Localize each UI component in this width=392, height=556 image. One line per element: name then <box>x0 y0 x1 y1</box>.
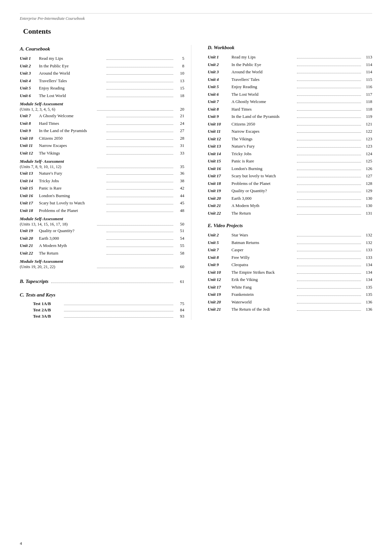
list-item: Unit 17Scary but lovely to Watch127 <box>208 173 373 179</box>
unit-label: Unit 6 <box>208 91 232 98</box>
dots <box>107 124 173 125</box>
unit-label: Unit 22 <box>208 210 232 217</box>
unit-label: Unit 1 <box>20 55 39 62</box>
module4-dots <box>97 268 173 268</box>
section-c: C. Tests and Keys Test 1A/B75Test 2A/B84… <box>20 292 184 319</box>
test-label: Test 3A/B <box>33 314 63 319</box>
dots <box>297 58 361 58</box>
module1-sub: (Units 1, 2, 3, 4, 5, 6) <box>20 107 96 112</box>
section-d-heading: D. Workbook <box>208 45 373 51</box>
unit-label: Unit 2 <box>20 63 39 69</box>
unit-label: Unit 14 <box>20 178 39 184</box>
list-item: Test 3A/B93 <box>20 314 184 319</box>
entry-title: Quality or Quantity? <box>39 227 105 234</box>
list-item: Unit 7A Ghostly Welcome21 <box>20 113 184 119</box>
dots <box>297 259 361 259</box>
unit-label: Unit 7 <box>208 98 232 105</box>
page-num: 134 <box>362 276 372 283</box>
entry-title: Quality or Quantity? <box>232 188 296 194</box>
unit-label: Unit 5 <box>208 84 232 90</box>
unit-label: Unit 11 <box>20 142 39 149</box>
list-item: Unit 5Enjoy Reading116 <box>208 84 373 90</box>
dots <box>297 95 361 96</box>
unit-label: Unit 18 <box>208 180 232 187</box>
page-num: 48 <box>175 207 184 214</box>
unit-label: Unit 11 <box>208 128 232 135</box>
dots <box>297 236 361 236</box>
page-num: 44 <box>175 192 184 199</box>
entry-title: The Empire Strikes Back <box>232 269 296 276</box>
dots <box>297 295 361 296</box>
unit-label: Unit 9 <box>208 261 232 268</box>
entry-title: London's Burning <box>39 192 105 199</box>
page-num: 133 <box>362 254 372 261</box>
section-e-units: Unit 2Star Wars132Unit 5Batman Returns13… <box>208 232 373 313</box>
entry-title: Earth 3,000 <box>39 235 105 242</box>
unit-label: Unit 9 <box>208 113 232 120</box>
unit-label: Unit 12 <box>208 136 232 142</box>
entry-title: Narrow Escapes <box>232 128 296 135</box>
module2-sub-entry: (Units 7, 8, 9, 10, 11, 12) 35 <box>20 164 184 169</box>
unit-label: Unit 7 <box>208 247 232 253</box>
list-item: Unit 3Around the World114 <box>208 69 373 75</box>
dots <box>297 207 361 207</box>
dots <box>297 192 361 192</box>
entry-title: Star Wars <box>232 232 296 238</box>
page-num: 31 <box>175 142 184 149</box>
list-item: Unit 20Earth 3,000130 <box>208 195 373 202</box>
list-item: Unit 21The Return of the Jedi136 <box>208 306 373 313</box>
page-num: 13 <box>175 78 184 84</box>
section-d-units: Unit 1Read my Lips113Unit 2In the Public… <box>208 54 373 216</box>
page-num: 36 <box>175 170 184 177</box>
dots <box>107 132 173 132</box>
page-num: 51 <box>175 227 184 234</box>
dots <box>107 117 173 117</box>
dots <box>297 66 361 66</box>
list-item: Unit 21A Modern Myth130 <box>208 202 373 209</box>
dots <box>297 103 361 103</box>
module3-dots <box>97 225 173 226</box>
page-num: 134 <box>362 269 372 276</box>
list-item: Unit 19Quality or Quantity?51 <box>20 227 184 234</box>
page-num: 38 <box>175 178 184 184</box>
section-a-heading: A. Coursebook <box>20 46 184 52</box>
page-num: 130 <box>362 195 372 202</box>
list-item: Unit 18Problems of the Planet128 <box>208 180 373 187</box>
page-num: 127 <box>362 173 372 179</box>
dots <box>107 182 173 182</box>
unit-label: Unit 10 <box>20 135 39 142</box>
module3-sub-entry: (Units 13, 14, 15, 16, 17, 18) 50 <box>20 222 184 227</box>
entry-title: The Return of the Jedi <box>232 306 296 313</box>
dots <box>64 317 173 318</box>
list-item: Unit 2In the Public Eye114 <box>208 61 373 68</box>
dots <box>297 273 361 274</box>
units-7-12: Unit 7A Ghostly Welcome21Unit 8Hard Time… <box>20 113 184 156</box>
entry-title: Travellers' Tales <box>39 78 105 84</box>
dots <box>107 239 173 240</box>
entry-title: Batman Returns <box>232 239 296 246</box>
page-num: 132 <box>362 239 372 246</box>
page-num: 136 <box>362 306 372 313</box>
entry-title: Problems of the Planet <box>39 207 105 214</box>
dots <box>107 82 173 82</box>
unit-label: Unit 17 <box>20 200 39 206</box>
dots <box>297 177 361 177</box>
list-item: Unit 11Narrow Escapes31 <box>20 142 184 149</box>
page-num: 128 <box>362 180 372 187</box>
entry-title: The Vikings <box>39 150 105 156</box>
dots <box>107 147 173 147</box>
entry-title: Enjoy Reading <box>39 85 105 91</box>
unit-label: Unit 7 <box>20 113 39 119</box>
list-item: Unit 20Waterworld136 <box>208 299 373 305</box>
unit-label: Unit 2 <box>208 232 232 238</box>
list-item: Unit 13Nature's Fury36 <box>20 170 184 177</box>
section-b-page: 61 <box>175 279 184 284</box>
list-item: Unit 10Citizens 2050121 <box>208 121 373 127</box>
page-num: 131 <box>362 210 372 217</box>
dots <box>297 81 361 81</box>
section-e: E. Video Projects Unit 2Star Wars132Unit… <box>208 223 373 313</box>
dots <box>297 147 361 148</box>
entry-title: Earth 3,000 <box>232 195 296 202</box>
page-num: 28 <box>175 135 184 142</box>
entry-title: Tricky Jobs <box>232 151 296 157</box>
